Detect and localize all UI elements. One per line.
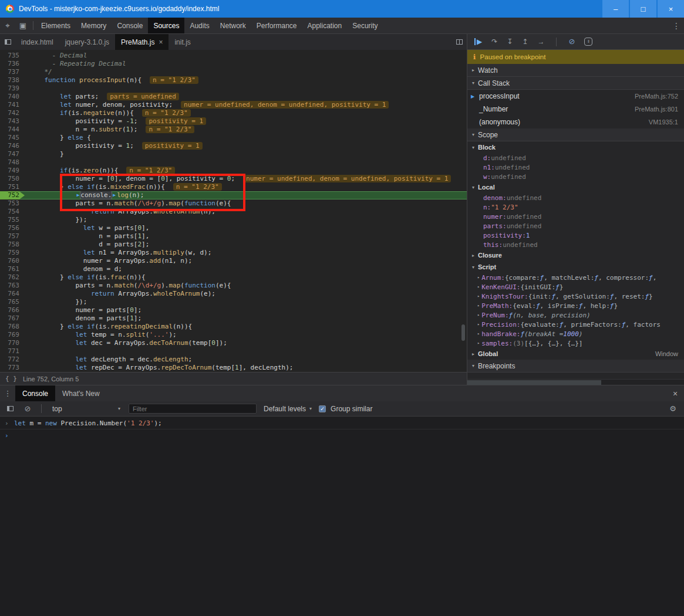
code-line-748[interactable]: 748 [0,158,467,167]
scope-var-precision[interactable]: ▸Precision: {evaluate: ƒ, primeFactors: … [467,320,684,329]
line-number[interactable]: 753 [0,199,25,208]
line-number[interactable]: 771 [0,347,25,356]
call-stack-frame--number[interactable]: _NumberPreMath.js:801 [467,103,684,116]
scope-var-prenum[interactable]: ▸PreNum: ƒ (n, base, precision) [467,310,684,320]
step-out-button[interactable]: ↥ [522,38,528,45]
code-line-749[interactable]: 749 if(is.zero(n)){n = "1 2/3" [0,167,467,175]
line-number[interactable]: 740 [0,93,25,101]
file-tab-index-html[interactable]: index.html [15,34,59,50]
line-number[interactable]: 770 [0,339,25,347]
drawer-close-icon[interactable]: × [666,389,684,398]
line-number[interactable]: 738 [0,76,25,84]
call-stack-frame--anonymous-[interactable]: (anonymous)VM1935:1 [467,116,684,128]
console-message[interactable]: ›let m = new Precision.Number('1 2/3'); [0,417,684,429]
step-into-button[interactable]: ↧ [507,38,513,45]
code-line-753[interactable]: 753 parts = n.match(/\d+/g).map(function… [0,199,467,208]
tab-memory[interactable]: Memory [76,18,112,33]
deactivate-breakpoints-button[interactable]: ⊘ [568,38,575,45]
tab-application[interactable]: Application [302,18,348,33]
minimize-button[interactable]: – [601,0,629,18]
titlebar[interactable]: DevTools - misterjko-com-jkeezie.c9users… [0,0,684,18]
code-line-735[interactable]: 735 - Decimal [0,52,467,60]
code-line-758[interactable]: 758 d = parts[2]; [0,241,467,249]
code-line-769[interactable]: 769 let temp = n.split('...'); [0,331,467,339]
line-number[interactable]: 758 [0,241,25,249]
tab-elements[interactable]: Elements [36,18,76,33]
line-number[interactable]: 743 [0,117,25,126]
line-number[interactable]: 736 [0,60,25,68]
scope-group-block[interactable]: ▾Block [467,141,684,153]
scope-group-script[interactable]: ▾Script [467,261,684,273]
code-line-744[interactable]: 744 n = n.substr(1);n = "1 2/3" [0,126,467,134]
navigator-toggle-icon[interactable] [0,34,15,50]
scope-group-global[interactable]: ▸GlobalWindow [467,348,684,360]
scope-section-header[interactable]: ▾ Scope [467,128,684,141]
line-number[interactable]: 742 [0,109,25,117]
code-line-765[interactable]: 765 }); [0,298,467,306]
line-number[interactable]: 735 [0,52,25,60]
line-number[interactable]: 746 [0,142,25,150]
line-number[interactable]: 748 [0,158,25,167]
line-number[interactable]: 765 [0,298,25,306]
settings-gear-icon[interactable]: ⚙ [666,401,679,416]
call-stack-frame-processinput[interactable]: ▶processInputPreMath.js:752 [467,90,684,103]
code-line-770[interactable]: 770 let dec = ArrayOps.decToArnum(temp[0… [0,339,467,347]
line-number[interactable]: 744 [0,126,25,134]
code-line-751[interactable]: 751 } else if(is.mixedFrac(n)){n = "1 2/… [0,183,467,191]
line-number[interactable]: 751 [0,183,25,191]
scope-var-premath[interactable]: ▸PreMath: {eval: ƒ, isPrime: ƒ, help: ƒ} [467,301,684,310]
scope-var-knightstour[interactable]: ▸KnightsTour: {init: ƒ, getSolution: ƒ, … [467,292,684,301]
tab-console[interactable]: Console [112,18,148,33]
code-line-737[interactable]: 737 */ [0,68,467,76]
drawer-menu-icon[interactable]: ⋮ [0,385,15,401]
editor-panes-icon[interactable] [451,34,467,50]
code-line-742[interactable]: 742 if(is.negative(n)){n = "1 2/3" [0,109,467,117]
line-number[interactable]: 745 [0,134,25,142]
line-number[interactable]: 739 [0,84,25,93]
line-number[interactable]: 754 [0,208,25,216]
pause-on-exceptions-button[interactable]: ‖ [584,38,592,46]
code-line-743[interactable]: 743 positivity = -1;positivity = 1 [0,117,467,126]
code-editor[interactable]: 735 - Decimal736 - Repeating Decimal737 … [0,50,467,372]
code-line-762[interactable]: 762 } else if(is.frac(n)){ [0,273,467,282]
line-number[interactable]: 761 [0,265,25,273]
console-log[interactable]: ›let m = new Precision.Number('1 2/3'); … [0,417,684,616]
step-button[interactable]: → [537,38,544,45]
code-line-757[interactable]: 757 n = parts[1], [0,232,467,241]
code-line-754[interactable]: 754 return ArrayOps.wholeToArnum(n); [0,208,467,216]
code-line-766[interactable]: 766 numer = parts[0]; [0,306,467,314]
line-number[interactable]: 763 [0,282,25,290]
line-number[interactable]: 750 [0,175,25,183]
code-line-752[interactable]: 752 ▶console.▶log(n); [0,191,467,199]
line-number[interactable]: 766 [0,306,25,314]
resume-button[interactable]: ▶ [474,38,482,45]
context-selector[interactable]: top ▾ [49,405,124,413]
code-line-747[interactable]: 747 } [0,150,467,158]
code-line-759[interactable]: 759 let n1 = ArrayOps.multiply(w, d); [0,249,467,257]
group-similar-checkbox[interactable]: ✓ [319,405,326,412]
tab-security[interactable]: Security [347,18,383,33]
console-sidebar-icon[interactable] [4,401,16,416]
scope-var-samples[interactable]: ▸samples: (3) [{…}, {…}, {…}] [467,339,684,348]
scope-var-arnum[interactable]: ▸Arnum: {compare: ƒ, matchLevel: ƒ, comp… [467,273,684,282]
line-number[interactable]: 752 [0,191,25,199]
scope-var-handbrake[interactable]: ▸handBrake: ƒ (breakAt = 1000) [467,329,684,339]
editor-scrollbar-thumb[interactable] [461,324,465,341]
close-button[interactable]: × [656,0,684,18]
code-line-760[interactable]: 760 numer = ArrayOps.add(n1, n); [0,257,467,265]
code-line-773[interactable]: 773 let repDec = ArrayOps.repDecToArnum(… [0,364,467,372]
scrollbar-thumb[interactable] [467,380,601,385]
file-tab-jquery-3-1-0-js[interactable]: jquery-3.1.0.js [59,34,115,50]
line-number[interactable]: 741 [0,101,25,109]
tab-network[interactable]: Network [215,18,251,33]
scope-group-closure[interactable]: ▸Closure [467,249,684,261]
device-toolbar-icon[interactable]: ▣ [15,18,31,33]
code-line-739[interactable]: 739 [0,84,467,93]
code-line-763[interactable]: 763 parts = n.match(/\d+/g).map(function… [0,282,467,290]
code-line-736[interactable]: 736 - Repeating Decimal [0,60,467,68]
code-line-767[interactable]: 767 denom = parts[1]; [0,314,467,323]
console-prompt[interactable]: › [0,429,684,441]
tab-audits[interactable]: Audits [184,18,214,33]
drawer-tab-console[interactable]: Console [15,385,55,401]
line-number[interactable]: 757 [0,232,25,241]
